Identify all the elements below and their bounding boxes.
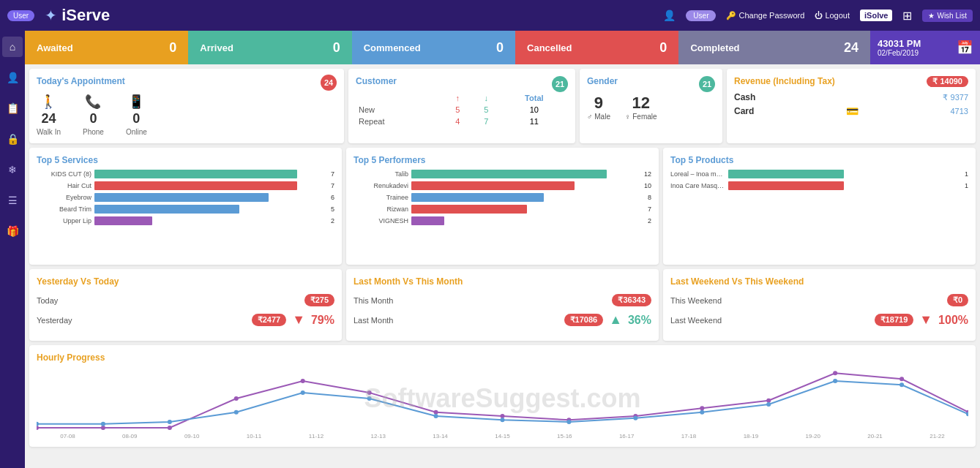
online-stat: 📱 0 Online: [126, 94, 147, 136]
list-item: Renukadevi10: [354, 181, 651, 190]
list-item: Upper Lip2: [37, 216, 334, 225]
row-3: Yesterday Vs Today Today ₹275 Yesterday …: [29, 269, 976, 341]
revenue-total: ₹ 14090: [927, 76, 968, 87]
status-completed[interactable]: Completed 24: [678, 31, 870, 64]
appointment-badge: 24: [321, 75, 337, 91]
svg-point-24: [633, 416, 637, 420]
x-label: 17-18: [658, 433, 720, 439]
hourly-svg: [37, 366, 968, 431]
svg-point-11: [766, 399, 771, 403]
revenue-card: Revenue (Including Tax) ₹ 14090 Cash ₹ 9…: [727, 69, 976, 143]
status-cancelled[interactable]: Cancelled 0: [515, 31, 678, 64]
cash-row: Cash ₹ 9377: [734, 92, 968, 102]
svg-point-21: [434, 414, 438, 418]
wishlist-button[interactable]: ★ Wish List: [922, 10, 973, 22]
svg-point-1: [101, 426, 105, 430]
svg-point-17: [168, 420, 172, 424]
top5-products-chart: Loreal – Inoa masq1Inoa Care Masque 200 …: [670, 170, 968, 190]
gender-title: Gender: [587, 76, 618, 86]
list-item: Inoa Care Masque 200 ML1: [670, 181, 968, 190]
yvt-title: Yesterday Vs Today: [37, 276, 334, 287]
svg-point-0: [37, 426, 39, 430]
top5-performers-title: Top 5 Performers: [354, 155, 651, 165]
last-month-row: Last Month ₹17086 ▲ 36%: [354, 312, 651, 328]
yvt-percent: 79%: [311, 314, 334, 327]
sidebar-item-gifts[interactable]: 🎁: [2, 221, 23, 241]
list-item: Eyebrow6: [37, 193, 334, 202]
status-commenced[interactable]: Commenced 0: [352, 31, 515, 64]
top-navigation: User ✦ iServe 👤 User 🔑 Change Password ⏻…: [0, 0, 980, 31]
top5-services-chart: KIDS CUT (8)7Hair Cut7Eyebrow6Beard Trim…: [37, 170, 334, 225]
sidebar-item-home[interactable]: ⌂: [2, 37, 23, 57]
dashboard: Today's Appointment 24 🚶 24 Walk In 📞 0 …: [25, 64, 980, 451]
last-weekend-value: ₹18719: [875, 314, 914, 326]
gender-stats: 9 ♂ Male 12 ♀ Female: [587, 94, 715, 121]
this-weekend-row: This Weekend ₹0: [670, 294, 968, 306]
this-month-value: ₹36343: [612, 294, 651, 306]
app-title: iServe: [61, 6, 110, 25]
svg-point-7: [500, 414, 504, 418]
appointment-stats: 🚶 24 Walk In 📞 0 Phone 📱 0 Online: [37, 94, 337, 136]
top5-products-title: Top 5 Products: [670, 155, 968, 165]
this-weekend-value: ₹0: [947, 294, 968, 306]
top5-products-card: Top 5 Products Loreal – Inoa masq1Inoa C…: [663, 148, 976, 265]
x-label: 08-09: [99, 433, 161, 439]
list-item: VIGNESH2: [354, 216, 651, 225]
svg-point-19: [301, 390, 305, 395]
x-label: 09-10: [161, 433, 223, 439]
status-awaited[interactable]: Awaited 0: [25, 31, 188, 64]
svg-point-3: [234, 396, 239, 401]
list-item: Loreal – Inoa masq1: [670, 170, 968, 178]
brand-badge: User: [7, 10, 34, 21]
logo-area: User ✦ iServe: [7, 6, 110, 25]
lwvtw-percent: 100%: [938, 314, 968, 327]
x-label: 21-22: [906, 433, 968, 439]
lmvtm-title: Last Month Vs This Month: [354, 276, 651, 287]
last-month-value: ₹17086: [564, 314, 604, 326]
male-stat: 9 ♂ Male: [587, 94, 610, 121]
user-pill[interactable]: User: [686, 10, 716, 21]
customer-table: ↑ ↓ Total New5510Repeat4711: [356, 92, 568, 127]
x-label: 19-20: [782, 433, 844, 439]
svg-point-5: [367, 390, 372, 395]
lwvtw-title: Last Weekend Vs This Weekend: [670, 276, 968, 287]
table-row: Repeat4711: [356, 116, 568, 127]
top5-services-card: Top 5 Services KIDS CUT (8)7Hair Cut7Eye…: [29, 148, 342, 265]
gender-card: Gender 21 9 ♂ Male 12 ♀ Female: [580, 69, 722, 143]
main-content: Awaited 0 Arrived 0 Commenced 0 Cancelle…: [25, 31, 980, 468]
status-bar: Awaited 0 Arrived 0 Commenced 0 Cancelle…: [25, 31, 980, 64]
lmvtm-percent: 36%: [628, 314, 651, 327]
hourly-x-labels: 07-0808-0909-1010-1111-1212-1313-1414-15…: [37, 433, 968, 439]
yesterday-vs-today-card: Yesterday Vs Today Today ₹275 Yesterday …: [29, 269, 342, 341]
sidebar-item-security[interactable]: 🔒: [2, 129, 23, 149]
svg-point-27: [833, 379, 837, 383]
status-arrived[interactable]: Arrived 0: [188, 31, 351, 64]
walk-icon: 🚶: [40, 94, 56, 110]
down-arrow-lwvtw: ▼: [919, 312, 932, 328]
svg-point-15: [37, 422, 39, 426]
last-weekend-vs-this-weekend-card: Last Weekend Vs This Weekend This Weeken…: [663, 269, 976, 341]
calendar-icon[interactable]: 📅: [957, 39, 973, 56]
row-4: Hourly Progress SoftwareSuggest.com 07-0…: [29, 345, 976, 447]
svg-point-25: [700, 410, 704, 415]
svg-point-20: [367, 396, 372, 401]
sidebar-item-reports[interactable]: 📋: [2, 98, 23, 118]
walk-in-stat: 🚶 24 Walk In: [37, 94, 61, 136]
sidebar-item-profile[interactable]: 👤: [2, 67, 23, 88]
last-month-vs-this-month-card: Last Month Vs This Month This Month ₹363…: [346, 269, 659, 341]
list-item: Trainee8: [354, 193, 651, 202]
android-icon: 📱: [128, 94, 144, 110]
change-password-link[interactable]: 🔑 Change Password: [726, 11, 804, 20]
phone-stat: 📞 0 Phone: [83, 94, 104, 136]
svg-point-6: [434, 410, 438, 415]
list-item: Talib12: [354, 170, 651, 178]
sidebar-item-menu[interactable]: ☰: [2, 190, 23, 211]
sidebar-item-settings[interactable]: ❄: [2, 159, 23, 180]
down-arrow-yvt: ▼: [292, 312, 305, 328]
nav-right: 👤 User 🔑 Change Password ⏻ Logout iSolve…: [663, 9, 973, 23]
x-label: 16-17: [596, 433, 658, 439]
table-row: New5510: [356, 104, 568, 116]
logout-link[interactable]: ⏻ Logout: [815, 11, 850, 20]
hourly-chart: SoftwareSuggest.com: [37, 366, 968, 431]
svg-point-23: [566, 420, 571, 424]
